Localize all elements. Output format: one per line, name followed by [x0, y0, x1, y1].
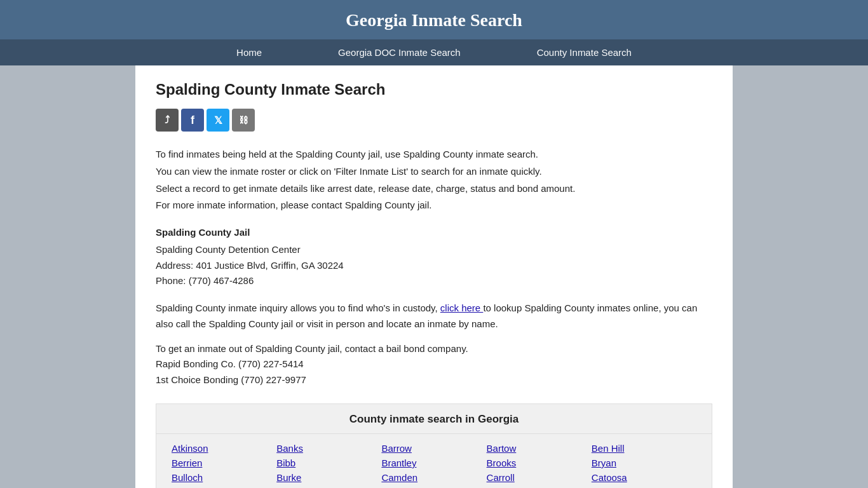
- county-grid: AtkinsonBanksBarrowBartowBen HillBerrien…: [156, 443, 712, 483]
- jail-info: Spalding County Jail Spalding County Det…: [156, 225, 712, 289]
- bail-text: To get an inmate out of Spalding County …: [156, 343, 468, 354]
- share-button[interactable]: ⤴: [156, 109, 179, 132]
- nav-county-inmate[interactable]: County Inmate Search: [499, 39, 670, 65]
- county-link[interactable]: Ben Hill: [592, 443, 696, 454]
- bond2: 1st Choice Bonding (770) 227-9977: [156, 374, 306, 385]
- para1-before-link: Spalding County inmate inquiry allows yo…: [156, 302, 438, 313]
- jail-facility: Spalding County Detention Center: [156, 242, 712, 258]
- click-here-link[interactable]: click here: [440, 302, 484, 313]
- desc-line-3: Select a record to get inmate details li…: [156, 181, 712, 197]
- county-link[interactable]: Camden: [381, 472, 486, 483]
- jail-address: Address: 401 Justice Blvd, Griffin, GA 3…: [156, 258, 712, 274]
- county-link[interactable]: Burke: [276, 472, 381, 483]
- page-title: Spalding County Inmate Search: [156, 81, 712, 98]
- county-link[interactable]: Carroll: [487, 472, 592, 483]
- county-section-title: County inmate search in Georgia: [156, 404, 712, 434]
- page-wrapper: Spalding County Inmate Search ⤴ f 𝕏 ⛓ To…: [0, 65, 868, 488]
- jail-phone: Phone: (770) 467-4286: [156, 273, 712, 289]
- county-link[interactable]: Berrien: [172, 458, 276, 468]
- bail-para: To get an inmate out of Spalding County …: [156, 341, 712, 388]
- county-link[interactable]: Banks: [276, 443, 381, 454]
- county-link[interactable]: Brantley: [381, 458, 486, 468]
- nav-ga-doc[interactable]: Georgia DOC Inmate Search: [300, 39, 499, 65]
- link-button[interactable]: ⛓: [232, 109, 255, 132]
- site-title: Georgia Inmate Search: [0, 10, 868, 30]
- county-link[interactable]: Bryan: [592, 458, 696, 468]
- content-area: Spalding County Inmate Search ⤴ f 𝕏 ⛓ To…: [135, 65, 733, 488]
- county-link[interactable]: Brooks: [487, 458, 592, 468]
- site-header: Georgia Inmate Search: [0, 0, 868, 39]
- description-block: To find inmates being held at the Spaldi…: [156, 147, 712, 214]
- facebook-button[interactable]: f: [181, 109, 204, 132]
- main-nav: Home Georgia DOC Inmate Search County In…: [0, 39, 868, 65]
- jail-name: Spalding County Jail: [156, 225, 712, 241]
- twitter-button[interactable]: 𝕏: [207, 109, 229, 132]
- bond1: Rapid Bonding Co. (770) 227-5414: [156, 358, 304, 369]
- inquiry-para: Spalding County inmate inquiry allows yo…: [156, 301, 712, 332]
- county-link[interactable]: Atkinson: [172, 443, 276, 454]
- county-link[interactable]: Bibb: [276, 458, 381, 468]
- desc-line-1: To find inmates being held at the Spaldi…: [156, 147, 712, 163]
- county-section: County inmate search in Georgia Atkinson…: [156, 403, 712, 488]
- county-link[interactable]: Bulloch: [172, 472, 276, 483]
- desc-line-4: For more inmate information, please cont…: [156, 198, 712, 214]
- county-link[interactable]: Barrow: [381, 443, 486, 454]
- county-link[interactable]: Bartow: [487, 443, 592, 454]
- county-link[interactable]: Catoosa: [592, 472, 696, 483]
- share-buttons: ⤴ f 𝕏 ⛓: [156, 109, 712, 132]
- desc-line-2: You can view the inmate roster or click …: [156, 164, 712, 180]
- nav-home[interactable]: Home: [198, 39, 300, 65]
